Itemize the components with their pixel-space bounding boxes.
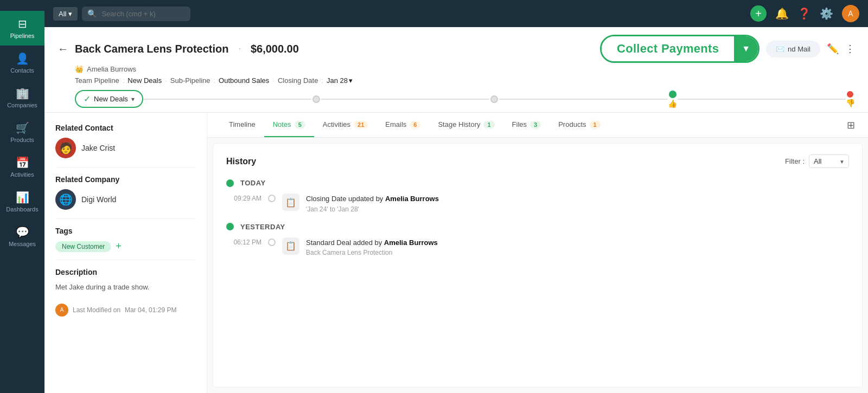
timeline-entry-2: 06:12 PM 📋 Standard Deal added by Amelia…: [226, 237, 849, 257]
team-pipeline-value: New Deals: [127, 76, 162, 85]
edit-button[interactable]: ✏️: [827, 43, 839, 55]
avatar[interactable]: A: [842, 5, 859, 22]
company-row: 🌐 Digi World: [55, 189, 196, 210]
help-icon: ❓: [797, 7, 811, 20]
notification-button[interactable]: 🔔: [775, 7, 789, 20]
emails-badge: 6: [410, 121, 420, 128]
contacts-icon: 👤: [16, 52, 29, 65]
contact-row: 🧑 Jake Crist: [55, 138, 196, 158]
sidebar-item-companies[interactable]: 🏢 Companies: [0, 80, 44, 115]
help-button[interactable]: ❓: [797, 7, 811, 20]
timeline-entry: 09:29 AM 📋 Closing Date updated by Ameli…: [226, 194, 849, 213]
sidebar-item-dashboards[interactable]: 📊 Dashboards: [0, 184, 44, 219]
search-group: All ▾ 🔍: [53, 7, 190, 21]
last-modified-label: Last Modified on: [73, 306, 120, 314]
closing-date-button[interactable]: Jan 28 ▾: [327, 76, 353, 85]
more-icon: ⋮: [845, 43, 855, 54]
closing-date-value: Jan 28: [327, 76, 348, 85]
company-avatar: 🌐: [55, 189, 76, 210]
closing-date-label: Closing Date: [278, 76, 318, 85]
add-button[interactable]: +: [750, 5, 767, 22]
modifier-avatar: A: [55, 304, 68, 317]
tab-notes[interactable]: Notes 5: [264, 113, 314, 137]
stage-dot-3: [490, 95, 498, 103]
active-stage-button[interactable]: ✓ New Deals ▾: [75, 90, 143, 108]
tab-files[interactable]: Files 3: [503, 113, 550, 137]
sidebar-item-label: Contacts: [10, 67, 34, 74]
edit-icon: ✏️: [827, 43, 839, 54]
expand-button[interactable]: ⊞: [847, 119, 855, 131]
entry-icon-1: 📋: [282, 194, 299, 211]
notes-badge: 5: [295, 121, 305, 128]
today-label: TODAY: [240, 179, 266, 187]
thumbs-area: 👍: [668, 91, 678, 108]
topbar: All ▾ 🔍 + 🔔 ❓ ⚙️ A: [44, 0, 868, 27]
tab-timeline[interactable]: Timeline: [220, 113, 264, 137]
chevron-down-icon: ▾: [68, 10, 72, 18]
back-button[interactable]: ←: [58, 43, 68, 55]
dashboards-icon: 📊: [16, 191, 29, 204]
sub-pipeline-value: Outbound Sales: [219, 76, 269, 85]
mail-icon: ✉️: [776, 45, 784, 53]
tab-emails[interactable]: Emails 6: [376, 113, 429, 137]
tab-products[interactable]: Products 1: [550, 113, 609, 137]
last-modified-date: Mar 04, 01:29 PM: [125, 306, 176, 314]
entry-subtext-1: 'Jan 24' to 'Jan 28': [306, 205, 439, 213]
files-badge: 3: [530, 121, 541, 128]
search-wrapper: 🔍: [82, 7, 190, 21]
entry-content-2: Standard Deal added by Amelia Burrows Ba…: [306, 237, 438, 257]
sidebar-item-label: Messages: [9, 241, 36, 247]
entry-icon-2: 📋: [282, 237, 299, 255]
bigin-logo: Bigin: [15, 0, 30, 11]
tab-activities[interactable]: Activities 21: [314, 113, 377, 137]
sidebar-item-contacts[interactable]: 👤 Contacts: [0, 46, 44, 80]
more-options-button[interactable]: ⋮: [845, 43, 855, 55]
main-content: All ▾ 🔍 + 🔔 ❓ ⚙️ A ←: [44, 0, 868, 393]
deal-title-left: ← Back Camera Lens Protection · $6,000.0…: [58, 43, 299, 55]
collect-payments-button[interactable]: Collect Payments: [602, 36, 734, 61]
search-all-button[interactable]: All ▾: [53, 7, 78, 21]
today-dot: [226, 179, 234, 187]
stage-dot-2: [312, 95, 320, 103]
tabs-bar: Timeline Notes 5 Activities 21 Emails 6 …: [207, 113, 868, 138]
collect-payments-dropdown[interactable]: ▼: [734, 36, 758, 61]
sidebar-item-label: Products: [10, 137, 34, 143]
description-text: Met Jake during a trade show.: [55, 282, 196, 293]
team-pipeline-label: Team Pipeline: [75, 76, 119, 85]
deal-title-row: ← Back Camera Lens Protection · $6,000.0…: [58, 35, 855, 63]
deal-owner: 👑 Amelia Burrows: [75, 65, 855, 73]
history-title: History: [226, 157, 256, 166]
right-panel: Timeline Notes 5 Activities 21 Emails 6 …: [207, 113, 868, 393]
related-contact-title: Related Contact: [55, 124, 196, 132]
sidebar-item-activities[interactable]: 📅 Activities: [0, 150, 44, 184]
settings-button[interactable]: ⚙️: [820, 7, 833, 20]
sidebar-item-pipelines[interactable]: ⊟ Pipelines: [0, 11, 44, 46]
activities-badge: 21: [354, 121, 368, 128]
add-tag-button[interactable]: +: [116, 241, 122, 252]
send-mail-button[interactable]: ✉️ nd Mail: [766, 41, 820, 57]
collect-payments-container: Collect Payments ▼: [600, 35, 760, 63]
sidebar-item-messages[interactable]: 💬 Messages: [0, 219, 44, 254]
sidebar-item-label: Dashboards: [6, 206, 38, 212]
sidebar-item-label: Activities: [10, 171, 34, 178]
tags-title: Tags: [55, 227, 196, 235]
deal-meta: Team Pipeline : New Deals · Sub-Pipeline…: [75, 76, 855, 85]
companies-icon: 🏢: [16, 87, 29, 100]
related-company-title: Related Company: [55, 175, 196, 184]
sidebar-item-products[interactable]: 🛒 Products: [0, 115, 44, 150]
description-title: Description: [55, 268, 196, 276]
yesterday-dot: [226, 223, 234, 230]
sidebar-item-label: Pipelines: [10, 33, 35, 39]
entry-radio-2: [268, 239, 276, 246]
pipeline-stages-bar: ✓ New Deals ▾ 👍 👎: [58, 90, 855, 112]
search-icon: 🔍: [87, 9, 97, 18]
notification-icon: 🔔: [775, 7, 789, 20]
crown-icon: 👑: [75, 65, 84, 73]
filter-wrapper: All Notes Calls Emails: [809, 154, 849, 168]
timeline-header: History Filter : All Notes Calls Emails: [226, 154, 849, 168]
activities-icon: 📅: [16, 156, 29, 169]
tab-stage-history[interactable]: Stage History 1: [429, 113, 503, 137]
filter-select[interactable]: All Notes Calls Emails: [809, 154, 849, 168]
search-input[interactable]: [82, 7, 190, 21]
filter-group: Filter : All Notes Calls Emails: [785, 154, 849, 168]
